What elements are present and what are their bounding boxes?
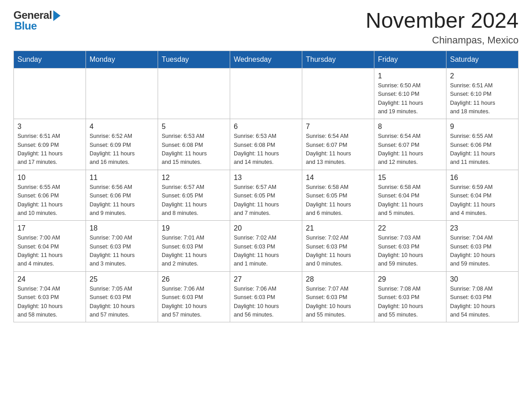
weekday-header-thursday: Thursday (302, 51, 374, 68)
calendar-cell (302, 68, 374, 119)
calendar-cell: 4Sunrise: 6:52 AM Sunset: 6:09 PM Daylig… (86, 119, 158, 170)
calendar-cell: 17Sunrise: 7:00 AM Sunset: 6:04 PM Dayli… (14, 221, 86, 272)
calendar-cell: 12Sunrise: 6:57 AM Sunset: 6:05 PM Dayli… (158, 170, 230, 221)
calendar-week-3: 10Sunrise: 6:55 AM Sunset: 6:06 PM Dayli… (14, 170, 519, 221)
day-number: 21 (306, 224, 370, 232)
logo-arrow-icon (53, 10, 60, 21)
calendar-cell: 9Sunrise: 6:55 AM Sunset: 6:06 PM Daylig… (446, 119, 519, 170)
day-number: 8 (378, 123, 442, 131)
calendar-cell: 15Sunrise: 6:58 AM Sunset: 6:04 PM Dayli… (374, 170, 446, 221)
calendar-cell: 29Sunrise: 7:08 AM Sunset: 6:03 PM Dayli… (374, 271, 446, 322)
calendar-cell: 28Sunrise: 7:07 AM Sunset: 6:03 PM Dayli… (302, 271, 374, 322)
day-number: 27 (234, 275, 298, 283)
weekday-header-tuesday: Tuesday (158, 51, 230, 68)
day-number: 7 (306, 123, 370, 131)
day-info: Sunrise: 6:54 AM Sunset: 6:07 PM Dayligh… (378, 132, 442, 167)
day-number: 30 (450, 275, 515, 283)
day-number: 18 (90, 224, 154, 232)
logo-blue-text: Blue (14, 20, 37, 32)
day-info: Sunrise: 6:54 AM Sunset: 6:07 PM Dayligh… (306, 132, 370, 167)
day-info: Sunrise: 7:04 AM Sunset: 6:03 PM Dayligh… (450, 234, 515, 269)
day-info: Sunrise: 7:07 AM Sunset: 6:03 PM Dayligh… (306, 285, 370, 320)
day-number: 1 (378, 72, 442, 80)
calendar-table: SundayMondayTuesdayWednesdayThursdayFrid… (13, 51, 519, 323)
calendar-cell: 16Sunrise: 6:59 AM Sunset: 6:04 PM Dayli… (446, 170, 519, 221)
day-info: Sunrise: 6:50 AM Sunset: 6:10 PM Dayligh… (378, 81, 442, 116)
day-info: Sunrise: 6:56 AM Sunset: 6:06 PM Dayligh… (90, 183, 154, 218)
calendar-cell (158, 68, 230, 119)
day-number: 2 (450, 72, 515, 80)
day-info: Sunrise: 7:06 AM Sunset: 6:03 PM Dayligh… (162, 285, 226, 320)
day-info: Sunrise: 7:08 AM Sunset: 6:03 PM Dayligh… (450, 285, 515, 320)
weekday-header-sunday: Sunday (14, 51, 86, 68)
calendar-cell: 21Sunrise: 7:02 AM Sunset: 6:03 PM Dayli… (302, 221, 374, 272)
calendar-cell: 11Sunrise: 6:56 AM Sunset: 6:06 PM Dayli… (86, 170, 158, 221)
day-info: Sunrise: 7:03 AM Sunset: 6:03 PM Dayligh… (378, 234, 442, 269)
calendar-title: November 2024 (365, 9, 519, 33)
day-number: 15 (378, 174, 442, 182)
calendar-cell: 1Sunrise: 6:50 AM Sunset: 6:10 PM Daylig… (374, 68, 446, 119)
calendar-cell: 23Sunrise: 7:04 AM Sunset: 6:03 PM Dayli… (446, 221, 519, 272)
calendar-cell: 2Sunrise: 6:51 AM Sunset: 6:10 PM Daylig… (446, 68, 519, 119)
weekday-header-row: SundayMondayTuesdayWednesdayThursdayFrid… (14, 51, 519, 68)
day-info: Sunrise: 6:51 AM Sunset: 6:10 PM Dayligh… (450, 81, 515, 116)
calendar-cell: 22Sunrise: 7:03 AM Sunset: 6:03 PM Dayli… (374, 221, 446, 272)
day-number: 4 (90, 123, 154, 131)
day-info: Sunrise: 6:53 AM Sunset: 6:08 PM Dayligh… (162, 132, 226, 167)
weekday-header-saturday: Saturday (446, 51, 519, 68)
calendar-cell: 7Sunrise: 6:54 AM Sunset: 6:07 PM Daylig… (302, 119, 374, 170)
calendar-cell (14, 68, 86, 119)
calendar-cell: 5Sunrise: 6:53 AM Sunset: 6:08 PM Daylig… (158, 119, 230, 170)
calendar-cell: 19Sunrise: 7:01 AM Sunset: 6:03 PM Dayli… (158, 221, 230, 272)
weekday-header-wednesday: Wednesday (230, 51, 302, 68)
day-info: Sunrise: 7:04 AM Sunset: 6:03 PM Dayligh… (17, 285, 82, 320)
day-number: 6 (234, 123, 298, 131)
day-number: 11 (90, 174, 154, 182)
day-number: 14 (306, 174, 370, 182)
calendar-cell: 14Sunrise: 6:58 AM Sunset: 6:05 PM Dayli… (302, 170, 374, 221)
calendar-cell: 30Sunrise: 7:08 AM Sunset: 6:03 PM Dayli… (446, 271, 519, 322)
day-number: 9 (450, 123, 515, 131)
day-info: Sunrise: 7:02 AM Sunset: 6:03 PM Dayligh… (306, 234, 370, 269)
calendar-cell: 20Sunrise: 7:02 AM Sunset: 6:03 PM Dayli… (230, 221, 302, 272)
calendar-cell (230, 68, 302, 119)
calendar-cell: 24Sunrise: 7:04 AM Sunset: 6:03 PM Dayli… (14, 271, 86, 322)
day-info: Sunrise: 6:57 AM Sunset: 6:05 PM Dayligh… (162, 183, 226, 218)
calendar-week-1: 1Sunrise: 6:50 AM Sunset: 6:10 PM Daylig… (14, 68, 519, 119)
day-info: Sunrise: 6:51 AM Sunset: 6:09 PM Dayligh… (17, 132, 82, 167)
day-info: Sunrise: 6:55 AM Sunset: 6:06 PM Dayligh… (17, 183, 82, 218)
day-number: 26 (162, 275, 226, 283)
day-info: Sunrise: 6:58 AM Sunset: 6:05 PM Dayligh… (306, 183, 370, 218)
weekday-header-monday: Monday (86, 51, 158, 68)
day-info: Sunrise: 6:55 AM Sunset: 6:06 PM Dayligh… (450, 132, 515, 167)
calendar-cell: 3Sunrise: 6:51 AM Sunset: 6:09 PM Daylig… (14, 119, 86, 170)
calendar-week-2: 3Sunrise: 6:51 AM Sunset: 6:09 PM Daylig… (14, 119, 519, 170)
calendar-week-5: 24Sunrise: 7:04 AM Sunset: 6:03 PM Dayli… (14, 271, 519, 322)
day-number: 12 (162, 174, 226, 182)
calendar-cell: 6Sunrise: 6:53 AM Sunset: 6:08 PM Daylig… (230, 119, 302, 170)
day-number: 28 (306, 275, 370, 283)
day-info: Sunrise: 7:01 AM Sunset: 6:03 PM Dayligh… (162, 234, 226, 269)
weekday-header-friday: Friday (374, 51, 446, 68)
day-info: Sunrise: 6:57 AM Sunset: 6:05 PM Dayligh… (234, 183, 298, 218)
day-info: Sunrise: 7:05 AM Sunset: 6:03 PM Dayligh… (90, 285, 154, 320)
day-number: 20 (234, 224, 298, 232)
day-info: Sunrise: 7:06 AM Sunset: 6:03 PM Dayligh… (234, 285, 298, 320)
day-info: Sunrise: 6:59 AM Sunset: 6:04 PM Dayligh… (450, 183, 515, 218)
calendar-cell: 27Sunrise: 7:06 AM Sunset: 6:03 PM Dayli… (230, 271, 302, 322)
page-header: General Blue November 2024 Chinampas, Me… (13, 9, 519, 46)
day-number: 23 (450, 224, 515, 232)
calendar-cell: 18Sunrise: 7:00 AM Sunset: 6:03 PM Dayli… (86, 221, 158, 272)
day-info: Sunrise: 6:52 AM Sunset: 6:09 PM Dayligh… (90, 132, 154, 167)
calendar-week-4: 17Sunrise: 7:00 AM Sunset: 6:04 PM Dayli… (14, 221, 519, 272)
calendar-cell: 25Sunrise: 7:05 AM Sunset: 6:03 PM Dayli… (86, 271, 158, 322)
day-number: 13 (234, 174, 298, 182)
day-number: 5 (162, 123, 226, 131)
day-number: 22 (378, 224, 442, 232)
calendar-cell (86, 68, 158, 119)
day-info: Sunrise: 7:08 AM Sunset: 6:03 PM Dayligh… (378, 285, 442, 320)
day-number: 10 (17, 174, 82, 182)
logo: General Blue (13, 9, 60, 32)
calendar-cell: 10Sunrise: 6:55 AM Sunset: 6:06 PM Dayli… (14, 170, 86, 221)
calendar-cell: 8Sunrise: 6:54 AM Sunset: 6:07 PM Daylig… (374, 119, 446, 170)
